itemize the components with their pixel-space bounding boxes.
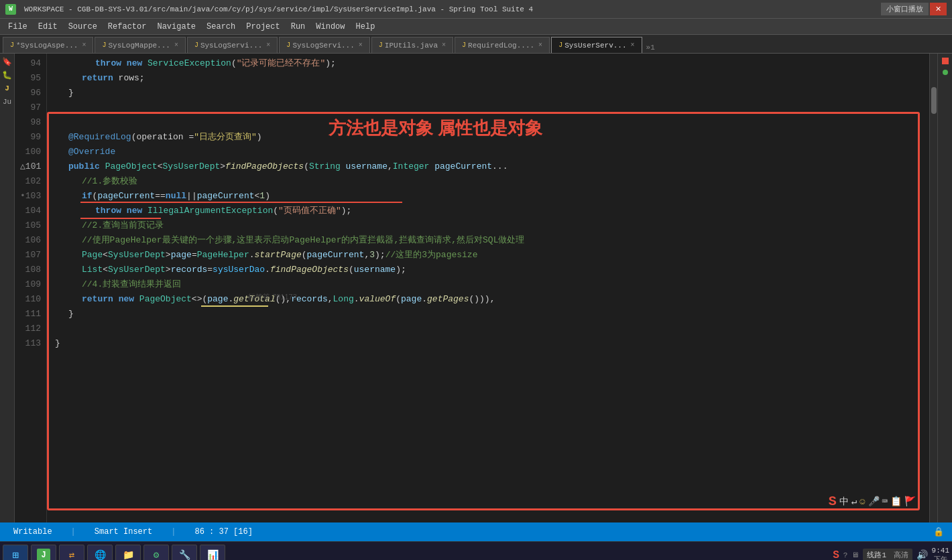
ime-line: 线路1 bbox=[867, 551, 886, 559]
code-line-112 bbox=[55, 322, 929, 336]
tab-requiredlog[interactable]: J RequiredLog.... × bbox=[455, 37, 550, 53]
volume-icon[interactable]: 🔊 bbox=[916, 549, 928, 560]
sidebar-bug[interactable]: 🐛 bbox=[2, 70, 13, 80]
restore-button[interactable]: 小窗口播放 bbox=[881, 3, 929, 15]
line-numbers: 94 95 96 97 98 99 100 △101 102 •103 104 … bbox=[15, 54, 47, 522]
code-line-100: @Override bbox=[55, 145, 929, 159]
menu-run[interactable]: Run bbox=[286, 19, 311, 34]
code-line-96: } bbox=[55, 86, 929, 100]
folder-icon: 📁 bbox=[121, 549, 135, 561]
menu-search[interactable]: Search bbox=[201, 19, 241, 34]
menu-file[interactable]: File bbox=[3, 19, 33, 34]
taskbar-right: S ? 🖥 线路1 高清 🔊 9:41 下午 bbox=[833, 547, 949, 561]
code-line-103: if ( pageCurrent == null || pageCurrent … bbox=[55, 189, 929, 204]
ime-indicator[interactable]: 线路1 高清 bbox=[863, 549, 912, 560]
status-bar: Writable | Smart Insert | 86 : 37 [16] 🔒 bbox=[0, 522, 952, 541]
tab-syslogservi2[interactable]: J SysLogServi... × bbox=[279, 37, 369, 53]
editor-area: 🔖 🐛 J Ju 94 95 96 97 98 99 100 △101 102 … bbox=[0, 54, 952, 522]
clock: 9:41 下午 bbox=[932, 547, 949, 561]
menu-navigate[interactable]: Navigate bbox=[152, 19, 201, 34]
tab-syslogaspe[interactable]: J *SysLogAspe... × bbox=[3, 37, 93, 53]
start-button[interactable]: ⊞ bbox=[3, 545, 28, 561]
code-editor[interactable]: 94 95 96 97 98 99 100 △101 102 •103 104 … bbox=[15, 54, 952, 522]
code-line-98 bbox=[55, 115, 929, 130]
status-green bbox=[943, 70, 948, 75]
other-icon1: 🔧 bbox=[178, 549, 191, 561]
tab-close-0[interactable]: × bbox=[82, 42, 86, 49]
tab-close-4[interactable]: × bbox=[442, 42, 446, 49]
menu-help[interactable]: Help bbox=[351, 19, 381, 34]
tab-syslogmappe[interactable]: J SysLogMappe... × bbox=[95, 37, 185, 53]
java-icon: J bbox=[37, 549, 50, 561]
tab-close-6[interactable]: × bbox=[631, 42, 635, 49]
sidebar-java[interactable]: J bbox=[2, 83, 13, 94]
taskbar-other1[interactable]: 🔧 bbox=[172, 545, 197, 561]
code-line-106: //使用PageHelper最关键的一个步骤,这里表示启动PageHelper的… bbox=[55, 233, 929, 248]
taskbar-files[interactable]: 📁 bbox=[115, 545, 141, 561]
code-line-111: } bbox=[55, 307, 929, 322]
close-button[interactable]: ✕ bbox=[930, 3, 947, 15]
filezilla-icon: ⇄ bbox=[65, 549, 78, 561]
window-title: WORKSPACE - CGB-DB-SYS-V3.01/src/main/ja… bbox=[24, 5, 533, 13]
tab-close-3[interactable]: × bbox=[359, 42, 363, 49]
code-line-113: } bbox=[55, 336, 929, 351]
time-display: 9:41 bbox=[932, 547, 949, 555]
taskbar-filezilla[interactable]: ⇄ bbox=[59, 545, 84, 561]
code-line-108: List < SysUserDept > records = sysUserDa… bbox=[55, 263, 929, 277]
app-icon: W bbox=[5, 4, 16, 15]
terminal-icon: ⚙ bbox=[150, 549, 163, 561]
chrome-icon: 🌐 bbox=[93, 549, 107, 561]
code-line-110: return new PageObject <>( page . getTota… bbox=[55, 292, 929, 307]
windows-icon: ⊞ bbox=[9, 549, 22, 561]
taskbar: ⊞ J ⇄ 🌐 📁 ⚙ 🔧 📊 S ? 🖥 线路1 高清 🔊 9:41 下午 bbox=[0, 541, 952, 560]
tab-bar: J *SysLogAspe... × J SysLogMappe... × J … bbox=[0, 35, 952, 54]
status-writable: Writable bbox=[8, 527, 58, 537]
menu-project[interactable]: Project bbox=[241, 19, 285, 34]
right-sidebar bbox=[937, 54, 952, 522]
more-tabs[interactable]: »1 bbox=[646, 44, 655, 53]
sts-taskbar-icon: S bbox=[833, 549, 839, 561]
left-sidebar: 🔖 🐛 J Ju bbox=[0, 54, 15, 522]
code-line-109: //4.封装查询结果并返回 bbox=[55, 277, 929, 292]
menu-source[interactable]: Source bbox=[63, 19, 103, 34]
tab-iputils[interactable]: J IPUtils.java × bbox=[371, 37, 453, 53]
status-insert: Smart Insert bbox=[89, 527, 158, 537]
code-line-94: throw new ServiceException ( "记录可能已经不存在"… bbox=[55, 56, 929, 71]
menu-window[interactable]: Window bbox=[310, 19, 350, 34]
status-sep2: | bbox=[171, 527, 176, 537]
sidebar-user[interactable]: Ju bbox=[2, 96, 13, 107]
code-line-95: return rows; bbox=[55, 71, 929, 86]
code-line-105: //2.查询当前页记录 bbox=[55, 218, 929, 233]
taskbar-chrome[interactable]: 🌐 bbox=[87, 545, 113, 561]
quality-indicator: 高清 bbox=[894, 551, 908, 559]
error-indicator bbox=[942, 58, 949, 64]
status-sep1: | bbox=[71, 527, 76, 537]
code-line-102: //1.参数校验 bbox=[55, 174, 929, 189]
watermark: 标签等 791173 bbox=[248, 289, 297, 304]
sidebar-bookmark[interactable]: 🔖 bbox=[2, 56, 13, 67]
taskbar-terminal[interactable]: ⚙ bbox=[143, 545, 169, 561]
tab-sysuserserv[interactable]: J SysUserServ... × bbox=[551, 37, 642, 53]
title-bar: W WORKSPACE - CGB-DB-SYS-V3.01/src/main/… bbox=[0, 0, 952, 19]
scrollbar-thumb[interactable] bbox=[931, 87, 937, 114]
code-line-107: Page < SysUserDept > page = PageHelper .… bbox=[55, 248, 929, 263]
menu-bar: File Edit Source Refactor Navigate Searc… bbox=[0, 19, 952, 35]
ampm-display: 下午 bbox=[932, 555, 949, 561]
status-position: 86 : 37 [16] bbox=[189, 527, 257, 537]
code-line-97 bbox=[55, 100, 929, 115]
vertical-scrollbar[interactable] bbox=[929, 54, 937, 522]
tab-syslogservi1[interactable]: J SysLogServi... × bbox=[187, 37, 278, 53]
menu-refactor[interactable]: Refactor bbox=[103, 19, 152, 34]
menu-edit[interactable]: Edit bbox=[33, 19, 63, 34]
sts-logo-area: S 中 ↵ ☺ 🎤 ⌨ 📋 🚩 bbox=[829, 494, 916, 509]
other-icon2: 📊 bbox=[206, 549, 219, 561]
tab-close-1[interactable]: × bbox=[174, 42, 178, 49]
code-lines[interactable]: throw new ServiceException ( "记录可能已经不存在"… bbox=[47, 54, 929, 522]
code-line-99: @RequiredLog (operation = "日志分页查询" ) bbox=[55, 130, 929, 145]
taskbar-java[interactable]: J bbox=[31, 545, 56, 561]
code-line-101: public PageObject < SysUserDept > findPa… bbox=[55, 159, 929, 174]
tab-close-2[interactable]: × bbox=[266, 42, 270, 49]
tab-close-5[interactable]: × bbox=[538, 42, 542, 49]
taskbar-other2[interactable]: 📊 bbox=[200, 545, 225, 561]
code-line-104: throw new IllegalArgumentException ( "页码… bbox=[55, 204, 929, 218]
